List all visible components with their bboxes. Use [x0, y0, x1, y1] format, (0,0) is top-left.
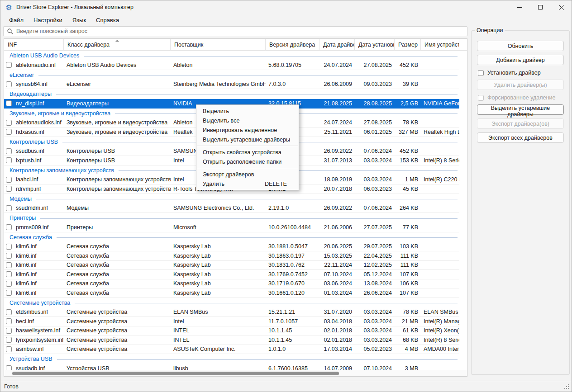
row-checkbox[interactable]	[6, 62, 12, 68]
row-checkbox[interactable]	[6, 309, 12, 315]
table-row[interactable]: asmbsw.infСистемные устройстваASUSTeK Co…	[4, 345, 459, 354]
row-checkbox[interactable]	[6, 262, 12, 268]
context-menu-item-open-folder[interactable]: Открыть расположение папки	[196, 157, 299, 166]
menu-item-file[interactable]: Файл	[4, 14, 29, 26]
row-checkbox[interactable]	[6, 81, 12, 87]
row-checkbox[interactable]	[6, 224, 12, 230]
select-outdated-button[interactable]: Выделить устаревшие драйверы	[477, 104, 564, 115]
table-row[interactable]: synusb64.infeLicenserSteinberg Media Tec…	[4, 80, 459, 90]
row-checkbox[interactable]	[6, 157, 12, 163]
table-row[interactable]: klim6.infСетевая службаKaspersky Lab30.1…	[4, 270, 459, 279]
column-header-driver_date[interactable]: Дата драйвера	[319, 39, 355, 50]
install-driver-checkbox[interactable]	[478, 70, 484, 76]
table-row[interactable]: klim6.infСетевая службаKaspersky Lab30.1…	[4, 261, 459, 270]
horizontal-scrollbar-thumb[interactable]	[12, 372, 339, 375]
row-checkbox[interactable]	[6, 346, 12, 352]
table-row[interactable]: prnms009.infПринтерыMicrosoft10.0.26100.…	[4, 223, 459, 232]
row-checkbox[interactable]	[6, 177, 12, 183]
cell-device: ELAN SMBus D	[421, 308, 459, 317]
table-row[interactable]: etdsmbus.infСистемные устройстваELAN SMB…	[4, 308, 459, 317]
delete-driver-button[interactable]: Удалить драйвер(ы)	[477, 80, 564, 90]
row-checkbox[interactable]	[6, 290, 12, 296]
export-driver-button[interactable]: Экспорт драйвера(ов)	[477, 118, 564, 129]
table-row[interactable]: lynxpointsystem.infСистемные устройстваI…	[4, 335, 459, 345]
context-menu-item-export-drivers[interactable]: Экспорт драйверов	[196, 170, 299, 179]
column-header-version[interactable]: Версия драйвера	[266, 39, 319, 50]
row-checkbox[interactable]	[6, 148, 12, 154]
cell-driver_class: Сетевая служба	[64, 270, 171, 279]
group-label: Модемы	[10, 196, 32, 202]
group-line	[36, 199, 458, 199]
table-row[interactable]: klim6.infСетевая службаKaspersky Lab30.1…	[4, 242, 459, 252]
row-checkbox[interactable]	[6, 186, 12, 192]
context-menu-item-select-outdated[interactable]: Выделить устаревшие драйверы	[196, 135, 299, 144]
row-checkbox[interactable]	[6, 271, 12, 277]
table-row[interactable]: ssudadb.infУстройства USBlibusb6.1.7600.…	[4, 364, 459, 370]
column-header-driver_class[interactable]: Класс драйвера	[64, 39, 171, 50]
cell-driver_class: Сетевая служба	[64, 242, 171, 251]
column-header-size[interactable]: Размер	[395, 39, 421, 50]
search-input[interactable]	[16, 28, 463, 34]
context-menu-item-select-all[interactable]: Выделить все	[196, 116, 299, 125]
row-checkbox[interactable]	[6, 365, 12, 370]
group-label: Звуковые, игровые и видеоустройства	[10, 110, 110, 117]
cell-driver_class: Видеоадаптеры	[64, 99, 171, 108]
cell-install_date: 27.07.2025	[355, 223, 395, 232]
row-checkbox[interactable]	[6, 100, 12, 106]
add-driver-button[interactable]: Добавить драйвер	[477, 55, 564, 65]
install-driver-checkbox-row[interactable]: Установить драйвер	[478, 70, 564, 76]
menu-item-language[interactable]: Язык	[67, 14, 91, 26]
row-checkbox[interactable]	[6, 205, 12, 211]
cell-size: 77 KB	[395, 223, 421, 232]
row-checkbox[interactable]	[6, 281, 12, 287]
row-checkbox[interactable]	[6, 337, 12, 343]
cell-device: AMDA00 Interf	[421, 345, 459, 354]
cell-inf: klim6.inf	[4, 242, 64, 251]
cell-driver_class: Сетевая служба	[64, 261, 171, 270]
export-all-drivers-button[interactable]: Экспорт всех драйверов	[477, 132, 564, 143]
cell-size: 61 KB	[395, 326, 421, 335]
cell-size: 21 MB	[395, 317, 421, 326]
cell-inf: klim6.inf	[4, 270, 64, 279]
cell-vendor: INTEL	[171, 335, 266, 345]
context-menu-item-invert-selection[interactable]: Инвертировать выделенное	[196, 125, 299, 135]
menu-item-help[interactable]: Справка	[91, 14, 124, 26]
table-row[interactable]: klim6.infСетевая службаKaspersky Lab30.1…	[4, 288, 459, 298]
row-checkbox[interactable]	[6, 120, 12, 126]
horizontal-scrollbar[interactable]	[4, 370, 467, 376]
table-row[interactable]: abletonaudio.infAbleton USB Audio Device…	[4, 61, 459, 70]
cell-version: 11.7.0.1057	[266, 317, 319, 326]
context-menu-item-select[interactable]: Выделить	[196, 106, 299, 116]
cell-install_date: 13.08.2024	[355, 279, 395, 288]
table-row[interactable]: ssudmdm.infМодемыSAMSUNG Electronics Co.…	[4, 204, 459, 213]
column-header-vendor[interactable]: Поставщик	[171, 39, 266, 50]
column-header-inf[interactable]: INF	[4, 39, 64, 50]
column-header-install_date[interactable]: Дата установки	[355, 39, 395, 50]
minimize-button[interactable]	[509, 0, 530, 14]
row-checkbox[interactable]	[6, 129, 12, 135]
row-checkbox[interactable]	[6, 318, 12, 324]
row-checkbox[interactable]	[6, 244, 12, 250]
cell-size: 327 MB	[395, 128, 421, 137]
force-delete-checkbox-row[interactable]: Форсированное удаление	[478, 94, 564, 101]
context-menu-item-delete[interactable]: УдалитьDELETE	[196, 179, 299, 189]
maximize-button[interactable]	[530, 0, 551, 14]
cell-inf: iaahci.inf	[4, 175, 64, 184]
table-row[interactable]: heci.infСистемные устройстваIntel11.7.0.…	[4, 317, 459, 326]
close-button[interactable]	[551, 0, 572, 14]
context-menu-item-device-properties[interactable]: Открыть свойства устройства	[196, 147, 299, 157]
shortcut-label: DELETE	[265, 181, 287, 187]
resize-grip[interactable]	[568, 388, 569, 389]
table-row[interactable]: klim6.infСетевая службаKaspersky Lab30.1…	[4, 279, 459, 289]
menu-item-settings[interactable]: Настройки	[29, 14, 67, 26]
row-checkbox[interactable]	[6, 253, 12, 259]
cell-install_date: 27.08.2025	[355, 118, 395, 128]
refresh-button[interactable]: Обновить	[477, 41, 564, 51]
table-row[interactable]: haswellsystem.infСистемные устройстваINT…	[4, 326, 459, 336]
group-label: Устройства USB	[10, 356, 52, 362]
column-header-device[interactable]: Имя устройства	[421, 39, 459, 50]
table-row[interactable]: klim6.infСетевая службаKaspersky Lab30.1…	[4, 251, 459, 261]
operations-panel: Операции ОбновитьДобавить драйверУстанов…	[471, 30, 570, 375]
force-delete-checkbox[interactable]	[478, 95, 484, 101]
row-checkbox[interactable]	[6, 328, 12, 334]
